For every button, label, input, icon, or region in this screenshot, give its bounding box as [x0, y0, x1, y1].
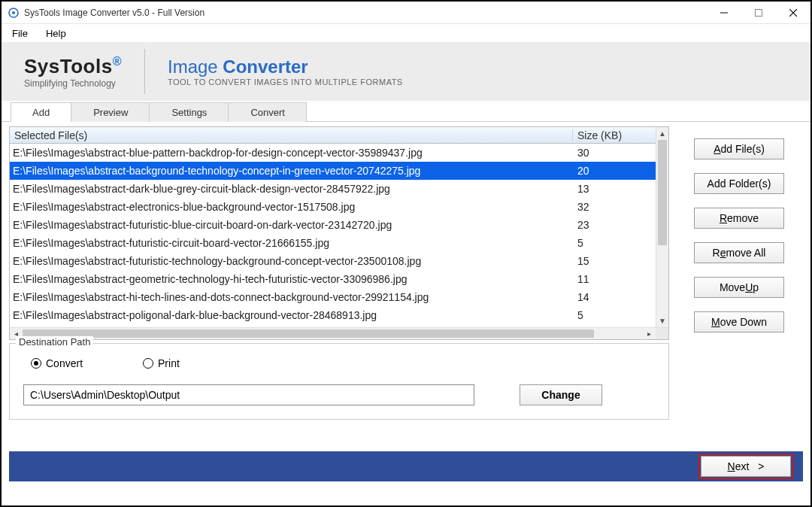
cell-size: 13	[573, 183, 656, 195]
col-header-file[interactable]: Selected File(s)	[10, 129, 573, 141]
file-table: Selected File(s) Size (KB) E:\Files\Imag…	[9, 126, 669, 328]
logo-tagline: Simplifying Technology	[24, 78, 122, 89]
table-row[interactable]: E:\Files\Images\abstract-electronics-blu…	[10, 198, 656, 216]
footer-bar: Next >	[9, 451, 803, 481]
cell-file: E:\Files\Images\abstract-futuristic-circ…	[10, 237, 573, 249]
col-header-size[interactable]: Size (KB)	[573, 129, 656, 141]
logo-reg-icon: ®	[113, 55, 122, 68]
radio-convert[interactable]: Convert	[31, 357, 83, 369]
table-row[interactable]: E:\Files\Images\abstract-futuristic-circ…	[10, 234, 656, 252]
radio-dot-icon	[31, 358, 41, 369]
window-title: SysTools Image Converter v5.0 - Full Ver…	[24, 8, 205, 18]
cell-file: E:\Files\Images\abstract-geometric-techn…	[10, 273, 573, 285]
move-down-button[interactable]: Move Down	[694, 311, 784, 332]
scroll-thumb-h[interactable]	[23, 329, 594, 338]
cell-file: E:\Files\Images\abstract-hi-tech-lines-a…	[10, 291, 573, 303]
cell-file: E:\Files\Images\abstract-dark-blue-grey-…	[10, 183, 573, 195]
scroll-up-icon[interactable]: ▲	[656, 127, 668, 140]
radio-print[interactable]: Print	[143, 357, 180, 369]
header: SysTools® Simplifying Technology Image C…	[2, 42, 810, 101]
chevron-right-icon: >	[758, 460, 764, 472]
cell-file: E:\Files\Images\abstract-futuristic-blue…	[10, 219, 573, 231]
tab-settings[interactable]: Settings	[150, 102, 229, 122]
window-close-button[interactable]	[776, 2, 810, 24]
svg-rect-2	[756, 9, 762, 16]
tab-convert[interactable]: Convert	[229, 102, 307, 122]
table-row[interactable]: E:\Files\Images\abstract-dark-blue-grey-…	[10, 180, 656, 198]
cell-size: 15	[573, 255, 656, 267]
add-folders-button[interactable]: Add Folder(s)	[694, 173, 784, 194]
table-row[interactable]: E:\Files\Images\abstract-futuristic-tech…	[10, 252, 656, 270]
table-row[interactable]: E:\Files\Images\abstract-blue-pattern-ba…	[10, 144, 656, 162]
cell-size: 20	[573, 165, 656, 177]
change-button[interactable]: Change	[520, 384, 602, 405]
product-name-a: Image	[168, 56, 218, 77]
cell-size: 30	[573, 147, 656, 159]
add-files-button[interactable]: Add File(s)	[694, 138, 784, 159]
destination-radios: Convert Print	[23, 354, 655, 384]
tabs: Add Preview Settings Convert	[2, 101, 810, 122]
menubar: File Help	[2, 24, 810, 42]
destination-group: Destination Path Convert Print Change	[9, 343, 669, 420]
cell-size: 32	[573, 201, 656, 213]
horizontal-scrollbar[interactable]: ◂ ▸	[9, 327, 669, 340]
cell-file: E:\Files\Images\abstract-poligonal-dark-…	[10, 306, 573, 321]
product-tagline: TOOL TO CONVERT IMAGES INTO MULTIPLE FOR…	[168, 77, 403, 87]
cell-file: E:\Files\Images\abstract-electronics-blu…	[10, 201, 573, 213]
table-body[interactable]: E:\Files\Images\abstract-blue-pattern-ba…	[10, 144, 656, 327]
scroll-down-icon[interactable]: ▼	[656, 314, 668, 327]
scroll-right-icon[interactable]: ▸	[643, 328, 656, 339]
cell-size: 5	[573, 237, 656, 249]
table-row[interactable]: E:\Files\Images\abstract-background-tech…	[10, 162, 656, 180]
left-pane: Selected File(s) Size (KB) E:\Files\Imag…	[9, 126, 669, 448]
move-up-button[interactable]: Move Up	[694, 277, 784, 298]
cell-size: 23	[573, 219, 656, 231]
cell-size: 5	[573, 306, 656, 321]
logo-text: SysTools	[24, 55, 113, 77]
radio-convert-label: Convert	[46, 357, 83, 369]
radio-print-label: Print	[158, 357, 180, 369]
cell-file: E:\Files\Images\abstract-background-tech…	[10, 165, 573, 177]
table-row[interactable]: E:\Files\Images\abstract-futuristic-blue…	[10, 216, 656, 234]
cell-size: 14	[573, 291, 656, 303]
logo: SysTools® Simplifying Technology	[24, 49, 145, 94]
product-name-b: Converter	[223, 56, 308, 77]
next-button[interactable]: Next >	[701, 456, 791, 477]
side-button-panel: Add File(s) Add Folder(s) Remove Remove …	[675, 126, 803, 448]
main-panel: Selected File(s) Size (KB) E:\Files\Imag…	[2, 122, 810, 448]
window-maximize-button[interactable]	[741, 2, 776, 24]
tab-add[interactable]: Add	[11, 102, 71, 122]
table-row[interactable]: E:\Files\Images\abstract-geometric-techn…	[10, 270, 656, 288]
menu-file[interactable]: File	[5, 26, 35, 41]
app-icon	[8, 7, 20, 19]
menu-help[interactable]: Help	[38, 26, 74, 41]
window-minimize-button[interactable]	[707, 2, 741, 24]
destination-path-input[interactable]	[23, 384, 474, 405]
cell-file: E:\Files\Images\abstract-blue-pattern-ba…	[10, 147, 573, 159]
scroll-thumb[interactable]	[658, 140, 667, 245]
titlebar: SysTools Image Converter v5.0 - Full Ver…	[2, 2, 810, 24]
remove-all-button[interactable]: Remove All	[694, 242, 784, 263]
table-row[interactable]: E:\Files\Images\abstract-poligonal-dark-…	[10, 306, 656, 321]
cell-size: 11	[573, 273, 656, 285]
tab-preview[interactable]: Preview	[71, 102, 150, 122]
radio-dot-icon	[143, 358, 153, 369]
cell-file: E:\Files\Images\abstract-futuristic-tech…	[10, 255, 573, 267]
product-title-block: Image Converter TOOL TO CONVERT IMAGES I…	[145, 56, 403, 87]
table-row[interactable]: E:\Files\Images\abstract-hi-tech-lines-a…	[10, 288, 656, 306]
table-header: Selected File(s) Size (KB)	[10, 127, 656, 144]
remove-button[interactable]: Remove	[694, 208, 784, 229]
svg-point-1	[12, 11, 15, 14]
vertical-scrollbar[interactable]: ▲ ▼	[656, 127, 668, 327]
destination-legend: Destination Path	[16, 336, 93, 348]
